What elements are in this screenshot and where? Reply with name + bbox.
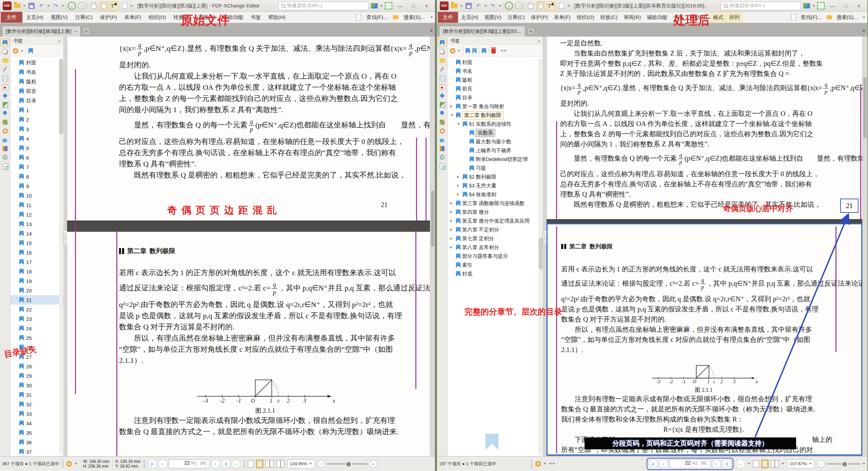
select-tool-button[interactable]: T: [547, 1, 556, 10]
quick-launch-input[interactable]: 快速启动 (Ctrl+.): [721, 2, 801, 10]
accessibility-panel-icon[interactable]: [438, 153, 446, 161]
select-text-tool-button[interactable]: [99, 1, 108, 10]
history-back-button[interactable]: ←: [505, 2, 513, 10]
bookmark-item[interactable]: 31: [11, 390, 63, 400]
menu-item[interactable]: 文件: [438, 12, 458, 23]
bookmark-tree-item[interactable]: 第四章 微分: [448, 208, 543, 217]
bookmark-tree-item[interactable]: 版权: [448, 76, 543, 84]
bookmark-item[interactable]: 17: [11, 257, 63, 267]
expand-arrow-icon[interactable]: [450, 237, 454, 240]
bookmark-item[interactable]: 37: [11, 447, 63, 456]
bookmark-item[interactable]: 22: [11, 305, 63, 314]
bookmark-item[interactable]: 7: [11, 162, 63, 172]
tab-close-icon[interactable]: ×: [74, 29, 77, 34]
zoom-out-button[interactable]: −: [317, 460, 325, 468]
quick-launch-input[interactable]: 快速启动 (Ctrl+.): [278, 2, 369, 10]
previous-view-button[interactable]: ←: [736, 459, 745, 468]
bookmark-tree-item[interactable]: §4 收敛准则: [448, 190, 543, 199]
bookmark-item[interactable]: 目录: [11, 96, 63, 105]
bookmark-tree-item[interactable]: 第一章 集合与映射: [448, 102, 543, 111]
zoom-slider[interactable]: − +: [317, 460, 377, 468]
panel-close-icon[interactable]: ×: [58, 39, 61, 44]
bookmark-item[interactable]: 21: [11, 295, 63, 305]
expand-arrow-icon[interactable]: [450, 113, 454, 118]
bookmark-tree-item[interactable]: 封面: [448, 58, 543, 67]
bookmark-tree-item[interactable]: 第五章 微分中值定理及其应用: [448, 217, 543, 225]
bookmark-tree-item[interactable]: 第七章 定积分: [448, 234, 543, 243]
attachments-panel-icon[interactable]: [438, 65, 446, 73]
close-document-icon[interactable]: ×: [430, 28, 433, 34]
tags-panel-icon[interactable]: [1, 136, 9, 144]
menu-item[interactable]: 格式: [710, 12, 726, 23]
bookmark-options-gear-icon[interactable]: [13, 48, 18, 54]
prev-page-button[interactable]: ‹: [158, 459, 167, 468]
links-panel-icon[interactable]: [1, 127, 9, 135]
single-page-layout-icon[interactable]: [248, 460, 254, 468]
expand-arrow-icon[interactable]: [450, 246, 454, 249]
fullscreen-icon[interactable]: [817, 2, 825, 10]
open-file-button[interactable]: [13, 2, 21, 10]
ui-options-icon[interactable]: [803, 2, 811, 10]
bookmark-item[interactable]: 29: [11, 371, 63, 381]
menu-item[interactable]: 书签: [247, 12, 264, 23]
menu-item[interactable]: 表单(F): [551, 12, 574, 23]
page-view-button[interactable]: [120, 2, 129, 10]
bookmark-item[interactable]: 14: [11, 229, 63, 238]
close-document-icon[interactable]: ×: [862, 28, 865, 34]
bookmark-item[interactable]: 34: [11, 418, 63, 428]
bookmarks-panel-icon[interactable]: [1, 38, 9, 47]
expand-arrow-icon[interactable]: [450, 220, 454, 222]
a11y-check-panel-icon[interactable]: [438, 162, 446, 170]
menu-item[interactable]: 保护(P): [96, 12, 121, 23]
expand-arrow-icon[interactable]: [456, 184, 461, 187]
history-forward-button[interactable]: →: [78, 2, 86, 10]
select-text-tool-button[interactable]: [536, 1, 545, 10]
document-tab[interactable]: [数学分析][陈纪修][第3版][上册][201...: [439, 26, 525, 37]
last-page-button[interactable]: ›|: [221, 459, 230, 468]
find-menu[interactable]: 查找(F)...: [798, 14, 825, 21]
search-menu[interactable]: 搜索(S)...: [400, 14, 429, 21]
expand-arrow-icon[interactable]: [450, 202, 454, 205]
bookmark-item[interactable]: 15: [11, 238, 63, 248]
status-gear-icon[interactable]: [66, 461, 72, 467]
bookmark-tree-item[interactable]: 第八章 反常积分: [448, 243, 543, 252]
new-bookmark-icon[interactable]: [482, 48, 486, 54]
accessibility-panel-icon[interactable]: [1, 153, 9, 161]
sidebar-scrollbar[interactable]: [538, 58, 542, 455]
compare-panel-icon[interactable]: [438, 145, 446, 152]
menu-item[interactable]: 视图(V): [47, 12, 72, 23]
menu-item[interactable]: 帮助(H): [264, 12, 289, 23]
bookmark-tree-item[interactable]: 实数系: [448, 128, 543, 137]
document-scrollbar[interactable]: [430, 37, 435, 456]
bookmark-item[interactable]: 11: [11, 200, 63, 210]
bookmark-item[interactable]: 封面: [11, 58, 63, 67]
zoom-out-button[interactable]: −: [817, 460, 825, 468]
bookmark-tree-item[interactable]: 第三章 函数极限与连续函数: [448, 199, 543, 208]
bookmark-tree-item[interactable]: 封底: [448, 269, 543, 278]
menu-item[interactable]: 辅助功能: [644, 12, 670, 23]
bookmark-item[interactable]: 16: [11, 248, 63, 257]
attachments-panel-icon[interactable]: [1, 65, 9, 73]
menu-item[interactable]: 文件: [1, 12, 22, 23]
menu-item[interactable]: 审阅(R): [620, 12, 644, 23]
bookmark-item[interactable]: 4: [11, 134, 63, 143]
find-menu[interactable]: 查找(F)...: [363, 14, 391, 21]
bookmark-item[interactable]: 1: [11, 105, 63, 115]
page-view-button[interactable]: [557, 2, 566, 10]
tags-panel-icon[interactable]: [438, 136, 446, 144]
fullscreen-icon[interactable]: [384, 2, 393, 10]
zoom-in-button[interactable]: +: [370, 460, 377, 468]
hand-tool-button[interactable]: [90, 2, 98, 10]
bookmark-item[interactable]: 30: [11, 381, 63, 390]
bookmark-tree-item[interactable]: 索引: [448, 261, 543, 269]
save-button[interactable]: [465, 2, 473, 10]
structure-panel-icon[interactable]: [1, 118, 9, 126]
status-gear-icon[interactable]: [535, 461, 541, 467]
menu-item[interactable]: 转换(C): [597, 12, 620, 23]
document-view[interactable]: {x|x=qp,p∈N⁺,q∈Z}.显然，有理数集合 Q 关于加法、减法、乘法与…: [67, 37, 430, 456]
destinations-panel-icon[interactable]: [438, 109, 446, 117]
page-number-selection-box[interactable]: 21: [840, 199, 859, 213]
bookmark-item[interactable]: 书名: [11, 67, 63, 77]
first-page-button[interactable]: |‹: [649, 459, 658, 468]
hand-tool-button[interactable]: [527, 2, 535, 10]
